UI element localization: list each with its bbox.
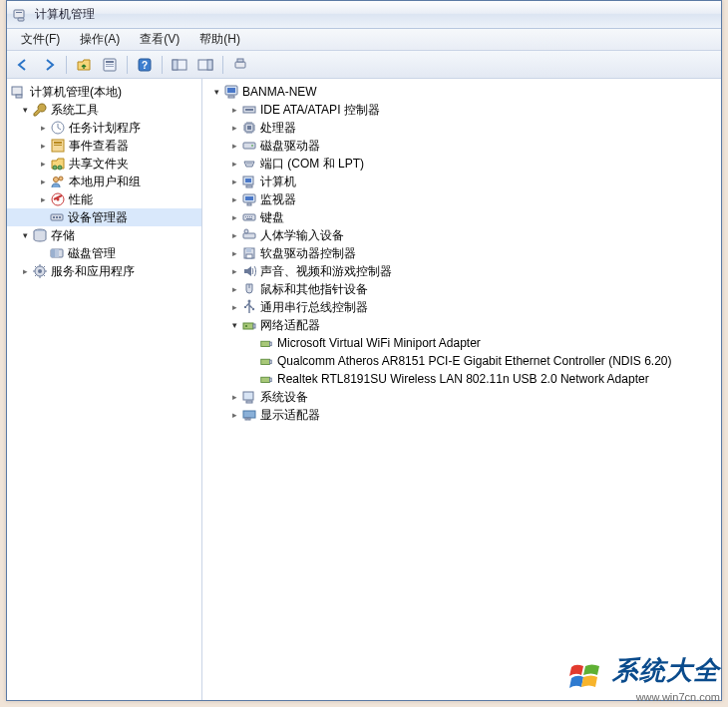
device-mouse[interactable]: ▸ 鼠标和其他指针设备 xyxy=(202,280,721,298)
back-button[interactable] xyxy=(11,54,35,76)
help-button[interactable]: ? xyxy=(133,54,157,76)
svg-point-23 xyxy=(54,177,59,182)
svg-text:?: ? xyxy=(142,60,148,71)
tree-system-tools[interactable]: ▾ 系统工具 xyxy=(7,101,201,119)
device-ide[interactable]: ▸ IDE ATA/ATAPI 控制器 xyxy=(202,101,721,119)
collapse-icon[interactable]: ▸ xyxy=(228,176,240,187)
left-tree-pane[interactable]: 计算机管理(本地) ▾ 系统工具 xyxy=(7,79,202,700)
device-keyboard[interactable]: ▸ 键盘 xyxy=(202,208,721,226)
svg-rect-2 xyxy=(18,18,24,21)
svg-point-22 xyxy=(58,166,62,170)
device-net-adapter-2[interactable]: Qualcomm Atheros AR8151 PCI-E Gigabit Et… xyxy=(202,352,721,370)
svg-rect-79 xyxy=(246,401,252,403)
collapse-icon[interactable]: ▸ xyxy=(37,158,49,170)
expand-icon[interactable]: ▾ xyxy=(19,104,31,116)
collapse-icon[interactable]: ▸ xyxy=(19,265,31,277)
svg-point-26 xyxy=(57,198,60,201)
right-tree-pane[interactable]: ▾ BANMA-NEW ▸ IDE ATA/ATAPI 控制器 ▸ xyxy=(202,79,721,700)
expand-icon[interactable]: ▾ xyxy=(19,229,31,241)
device-hid[interactable]: ▸ 人体学输入设备 xyxy=(202,226,721,244)
collapse-icon[interactable]: ▸ xyxy=(228,409,240,421)
device-floppy[interactable]: ▸ 软盘驱动器控制器 xyxy=(202,244,721,262)
collapse-icon[interactable]: ▸ xyxy=(228,193,240,205)
properties-button[interactable] xyxy=(98,54,122,76)
device-monitor[interactable]: ▸ 监视器 xyxy=(202,190,721,208)
collapse-icon[interactable]: ▸ xyxy=(228,265,240,277)
collapse-icon[interactable]: ▸ xyxy=(228,229,240,241)
show-tree-button[interactable] xyxy=(168,54,191,76)
tree-local-users[interactable]: ▸ 本地用户和组 xyxy=(7,173,201,190)
svg-rect-39 xyxy=(228,96,234,98)
tree-disk-management[interactable]: 磁盘管理 xyxy=(7,244,201,262)
tree-root-computer-management[interactable]: 计算机管理(本地) xyxy=(7,83,201,101)
device-computer[interactable]: ▸ 计算机 xyxy=(202,173,721,190)
svg-rect-34 xyxy=(55,249,59,257)
forward-button[interactable] xyxy=(37,54,61,76)
svg-rect-76 xyxy=(261,377,270,382)
collapse-icon[interactable]: ▸ xyxy=(37,122,49,134)
svg-rect-14 xyxy=(237,59,243,62)
tree-task-scheduler[interactable]: ▸ 任务计划程序 xyxy=(7,119,201,137)
svg-rect-67 xyxy=(244,306,246,308)
svg-rect-81 xyxy=(245,418,247,420)
device-system-devices[interactable]: ▸ 系统设备 xyxy=(202,388,721,406)
collapse-icon[interactable]: ▸ xyxy=(228,301,240,313)
collapse-icon[interactable]: ▸ xyxy=(228,140,240,152)
device-network-adapters[interactable]: ▾ 网络适配器 xyxy=(202,316,721,334)
tree-device-manager[interactable]: 设备管理器 xyxy=(7,208,201,226)
tree-event-viewer[interactable]: ▸ 事件查看器 xyxy=(7,137,201,155)
device-ports[interactable]: ▸ 端口 (COM 和 LPT) xyxy=(202,155,721,173)
up-button[interactable] xyxy=(72,54,96,76)
collapse-icon[interactable]: ▸ xyxy=(228,247,240,259)
device-sound[interactable]: ▸ 声音、视频和游戏控制器 xyxy=(202,262,721,280)
usb-icon xyxy=(241,299,257,315)
collapse-icon[interactable]: ▸ xyxy=(228,158,240,170)
port-icon xyxy=(241,156,257,172)
tree-label: 共享文件夹 xyxy=(69,156,129,173)
disk-drive-icon xyxy=(241,138,257,154)
titlebar[interactable]: 计算机管理 xyxy=(7,1,721,29)
device-root[interactable]: ▾ BANMA-NEW xyxy=(202,83,721,101)
expand-icon[interactable]: ▾ xyxy=(210,86,222,98)
collapse-icon[interactable]: ▸ xyxy=(37,140,49,152)
show-action-button[interactable] xyxy=(193,54,217,76)
device-net-adapter-3[interactable]: Realtek RTL8191SU Wireless LAN 802.11n U… xyxy=(202,370,721,388)
window-title: 计算机管理 xyxy=(35,6,95,23)
collapse-icon[interactable]: ▸ xyxy=(37,176,49,187)
svg-point-45 xyxy=(251,145,253,147)
tree-label: 键盘 xyxy=(260,209,284,226)
device-display-adapters[interactable]: ▸ 显示适配器 xyxy=(202,406,721,424)
tree-storage[interactable]: ▾ 存储 xyxy=(7,226,201,244)
device-usb[interactable]: ▸ 通用串行总线控制器 xyxy=(202,298,721,316)
collapse-icon[interactable]: ▸ xyxy=(228,104,240,116)
sound-icon xyxy=(241,263,257,279)
extra-button[interactable] xyxy=(228,54,252,76)
tree-label: 系统工具 xyxy=(51,102,99,119)
tree-performance[interactable]: ▸ 性能 xyxy=(7,190,201,208)
device-cpu[interactable]: ▸ 处理器 xyxy=(202,119,721,137)
expand-icon[interactable]: ▾ xyxy=(228,319,240,331)
device-disk-drives[interactable]: ▸ 磁盘驱动器 xyxy=(202,137,721,155)
tree-shared-folders[interactable]: ▸ 共享文件夹 xyxy=(7,155,201,173)
collapse-icon[interactable]: ▸ xyxy=(228,283,240,295)
menu-view[interactable]: 查看(V) xyxy=(130,29,189,50)
split-pane: 计算机管理(本地) ▾ 系统工具 xyxy=(7,79,721,700)
collapse-icon[interactable]: ▸ xyxy=(228,211,240,223)
menu-action[interactable]: 操作(A) xyxy=(70,29,130,50)
tree-label: 处理器 xyxy=(260,120,296,137)
tree-label: 性能 xyxy=(69,191,93,208)
svg-rect-33 xyxy=(51,249,55,257)
menu-file[interactable]: 文件(F) xyxy=(11,29,70,50)
svg-rect-12 xyxy=(207,60,212,70)
collapse-icon[interactable]: ▸ xyxy=(228,391,240,403)
collapse-icon[interactable]: ▸ xyxy=(228,122,240,134)
menu-help[interactable]: 帮助(H) xyxy=(189,29,250,50)
toolbar-separator xyxy=(66,56,67,74)
system-devices-icon xyxy=(241,389,257,405)
tree-services-apps[interactable]: ▸ 服务和应用程序 xyxy=(7,262,201,280)
tree-label: 通用串行总线控制器 xyxy=(260,299,368,316)
svg-rect-51 xyxy=(246,185,252,187)
svg-rect-30 xyxy=(59,216,61,218)
collapse-icon[interactable]: ▸ xyxy=(37,193,49,205)
device-net-adapter-1[interactable]: Microsoft Virtual WiFi Miniport Adapter xyxy=(202,334,721,352)
